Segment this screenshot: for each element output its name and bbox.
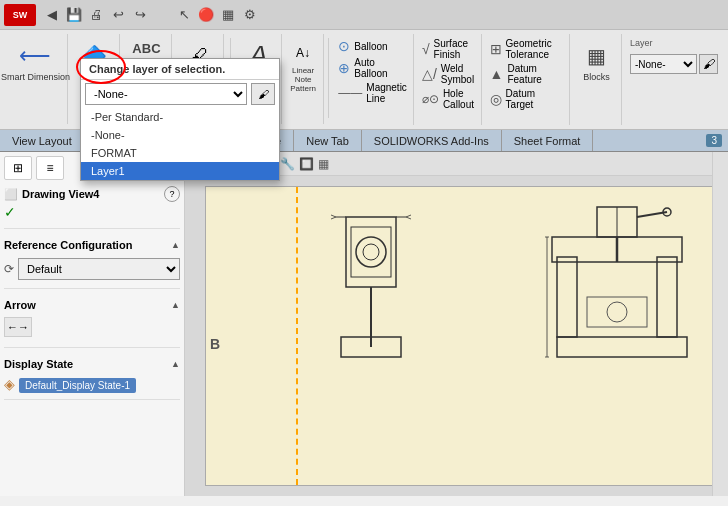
traffic-icon[interactable]: 🔴 [196,5,216,25]
tab-sheet-format[interactable]: Sheet Format [502,130,594,151]
auto-balloon-button[interactable]: ⊕ Auto Balloon [338,57,407,79]
svg-rect-10 [657,257,677,337]
layer-select-dropdown[interactable]: -None- [85,83,247,105]
sheet-border-line [296,187,298,485]
panel-section-view: ⬜ Drawing View4 ? ✓ [4,186,180,229]
hole-callout-button[interactable]: ⌀⊙ Hole Callout [422,88,475,110]
panel-icon-grid[interactable]: ⊞ [4,156,32,180]
tab-solidworks-add-ins[interactable]: SOLIDWORKS Add-Ins [362,130,502,151]
ribbon-group-linear-note: A↓ LinearNotePattern [284,34,324,124]
svg-rect-1 [351,227,391,277]
save-icon[interactable]: 💾 [64,5,84,25]
drawing-item2 [537,197,697,397]
canvas-grid2-icon[interactable]: ▦ [318,157,329,171]
weld-symbol-button[interactable]: △/ Weld Symbol [422,63,475,85]
smart-dimension-button[interactable]: ⟵ Smart Dimension [0,38,73,84]
ref-config-select[interactable]: Default [18,258,180,280]
layer-ribbon-select[interactable]: -None- [630,54,697,74]
sheet-label: B [210,336,220,352]
left-panel: ⊞ ≡ ⬜ Drawing View4 ? ✓ Reference Config… [0,152,185,496]
main-content: ⊞ ≡ ⬜ Drawing View4 ? ✓ Reference Config… [0,152,728,496]
ref-config-icon: ⟳ [4,262,14,276]
ribbon-group-smart-dimension: ⟵ Smart Dimension [4,34,68,124]
svg-rect-9 [557,257,577,337]
datum-feature-button[interactable]: ▲ Datum Feature [490,63,563,85]
print-icon[interactable]: 🖨 [86,5,106,25]
layer-option-layer1[interactable]: Layer1 [81,162,279,180]
display-state-badge: Default_Display State-1 [19,378,136,393]
balloon-button[interactable]: ⊙ Balloon [338,38,407,54]
panel-section-display-state: Display State ▲ ◈ Default_Display State-… [4,356,180,400]
layer-option-none[interactable]: -None- [81,126,279,144]
ref-config-title: Reference Configuration [4,239,132,251]
svg-point-3 [363,244,379,260]
display-state-title: Display State [4,358,73,370]
drawing-sheet: B [205,186,718,486]
settings-icon[interactable]: ⚙ [240,5,260,25]
tab-view-layout[interactable]: View Layout [0,130,85,151]
drawing-view-label: Drawing View4 [22,188,99,200]
top-bar-icons: ◀ 💾 🖨 ↩ ↪ ↖ 🔴 ▦ ⚙ [42,5,260,25]
canvas-area: 🔍 ⊕ ⊖ ⛶ ↺ ↻ 🔧 🔲 ▦ B [185,152,728,496]
drawing-item1 [316,207,426,367]
canvas-settings-icon[interactable]: 🔧 [280,157,295,171]
layer-popup-title: Change layer of selection. [81,59,279,80]
redo-icon[interactable]: ↪ [130,5,150,25]
linear-note-pattern-button[interactable]: A↓ LinearNotePattern [287,38,319,95]
layer-paint-btn[interactable]: 🖌 [251,83,275,105]
help-button[interactable]: ? [164,186,180,202]
layer-options: -Per Standard- -None- FORMAT Layer1 [81,108,279,180]
canvas-box-icon[interactable]: 🔲 [299,157,314,171]
blocks-button[interactable]: ▦ Blocks [578,38,615,84]
svg-rect-8 [557,337,687,357]
geometric-tolerance-button[interactable]: ⊞ Geometric Tolerance [490,38,563,60]
layer-paint-button[interactable]: 🖌 [699,54,718,74]
ref-config-arrow: ▲ [171,240,180,250]
grid-icon[interactable]: ▦ [218,5,238,25]
ref-config-header[interactable]: Reference Configuration ▲ [4,237,180,253]
panel-section-arrow: Arrow ▲ ←→ [4,297,180,348]
datum-target-button[interactable]: ◎ Datum Target [490,88,563,110]
panel-icon-view: ⬜ [4,188,18,201]
tab-new-tab[interactable]: New Tab [294,130,362,151]
display-state-header[interactable]: Display State ▲ [4,356,180,372]
svg-point-18 [607,302,627,322]
select-icon[interactable]: ↖ [174,5,194,25]
back-icon[interactable]: ◀ [42,5,62,25]
layer-option-format[interactable]: FORMAT [81,144,279,162]
display-state-arrow: ▲ [171,359,180,369]
display-state-icon: ◈ [4,376,15,392]
svg-point-2 [356,237,386,267]
undo-icon[interactable]: ↩ [108,5,128,25]
layer-popup: Change layer of selection. -None- 🖌 -Per… [80,58,280,181]
tab-number: 3 [706,134,722,147]
app-logo: SW [4,4,36,26]
arrow-title: Arrow [4,299,36,311]
arrow-header[interactable]: Arrow ▲ [4,297,180,313]
canvas-scrollbar-right[interactable] [712,152,728,496]
arrow-section-arrow: ▲ [171,300,180,310]
layer-dropdown-header: -None- 🖌 [81,80,279,108]
magnetic-line-button[interactable]: —— Magnetic Line [338,82,407,104]
top-bar: SW ◀ 💾 🖨 ↩ ↪ ↖ 🔴 ▦ ⚙ [0,0,728,30]
layer-option-per-standard[interactable]: -Per Standard- [81,108,279,126]
checkmark-icon: ✓ [4,204,180,220]
arrow-icon: ←→ [4,317,32,337]
panel-icon-list[interactable]: ≡ [36,156,64,180]
surface-finish-button[interactable]: √ Surface Finish [422,38,475,60]
panel-section-ref-config: Reference Configuration ▲ ⟳ Default [4,237,180,289]
arrow-preview: ←→ [4,317,180,337]
